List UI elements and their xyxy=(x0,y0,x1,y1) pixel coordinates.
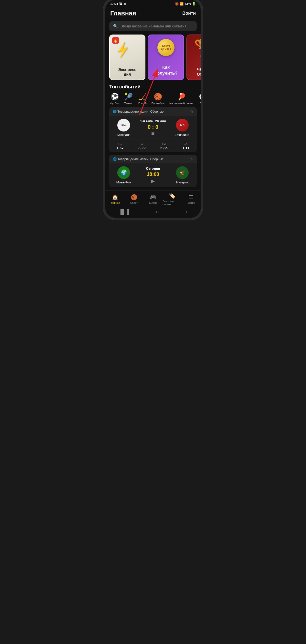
notch xyxy=(150,2,156,8)
wifi-icon: 📶 xyxy=(180,2,183,6)
cyber-nav-icon: 🎮 xyxy=(150,194,156,200)
battery-icon: 🔋 xyxy=(192,2,196,6)
sport-item-hockey[interactable]: 🏒 Хоккей xyxy=(136,92,149,105)
volleyball-icon: 🏐 xyxy=(199,92,201,101)
euro-label: ЧЕ-2024 Отборы xyxy=(197,67,201,77)
page-title: Главная xyxy=(110,10,136,17)
match1-team1-block: BFA Ботсвана xyxy=(113,119,135,137)
match2-day: Сегодня xyxy=(146,166,160,170)
tennis-icon: 🎾 xyxy=(124,92,133,101)
gallery-icon: 🖼 xyxy=(119,2,122,6)
express-label: Экспресс дня xyxy=(118,67,136,77)
bottom-nav: 🏠 Главная 🏀 Спорт 🎮 Кибер 🏷️ Быстрые ста… xyxy=(105,190,201,207)
bonus-coin: Бонус до 7000 xyxy=(157,39,174,56)
nav-item-fastbet[interactable]: 🏷️ Быстрые ставки xyxy=(162,193,182,206)
match-card-2[interactable]: 🌐 Товарищеские матчи. Сборные ☆ 🌍 Мозамб… xyxy=(109,155,197,187)
match2-team2-name: Нигерия xyxy=(176,180,188,184)
tabletennis-icon: 🏓 xyxy=(177,92,186,101)
promo-section: 🔥 ⚡ Экспресс дня Бонус до 7000 Как получ… xyxy=(105,34,201,80)
match2-team2-block: 🦅 Нигерия xyxy=(171,166,193,184)
cyber-nav-label: Кибер xyxy=(149,201,157,204)
nav-item-menu[interactable]: ☰ Меню xyxy=(182,194,201,204)
recent-apps-button[interactable]: ▐▌▐ xyxy=(119,209,129,215)
match1-score: 0 : 0 xyxy=(148,124,158,130)
sport-item-volleyball[interactable]: 🏐 Вол... xyxy=(196,92,201,105)
menu-nav-label: Меню xyxy=(187,201,195,204)
promo-cards-row: 🔥 ⚡ Экспресс дня Бонус до 7000 Как получ… xyxy=(109,34,197,80)
back-button[interactable]: ‹ xyxy=(186,209,187,215)
status-icons: 🔕 📶 73% 🔋 xyxy=(175,2,196,6)
fire-badge: 🔥 xyxy=(112,37,119,44)
promo-card-euro[interactable]: 🏆 ЧЕ-2024 Отборы xyxy=(186,34,201,80)
login-button[interactable]: Войти xyxy=(182,11,196,16)
match2-video-icon: ▶ xyxy=(151,178,155,184)
football-label: Футбол xyxy=(110,102,120,105)
match1-team1-logo: BFA xyxy=(117,119,130,132)
sport-item-football[interactable]: ⚽ Футбол xyxy=(108,92,122,105)
match1-status: 1-й тайм, 20 мин xyxy=(140,119,166,123)
sport-item-basketball[interactable]: 🏀 Баскетбол xyxy=(149,92,167,105)
nav-icon-status: ◁ xyxy=(123,2,125,6)
match1-odds-row: П1 1.67 Х 3.22 П2 6.35 1Х 1.11 xyxy=(109,140,197,152)
sport-nav-icon: 🏀 xyxy=(131,194,137,200)
phone-frame: 17:21 🖼 ◁ 🔕 📶 73% 🔋 Главная Войти 🔍 Введ… xyxy=(105,0,201,218)
home-button[interactable]: ○ xyxy=(156,209,159,215)
promo-card-express[interactable]: 🔥 ⚡ Экспресс дня xyxy=(109,34,146,80)
match2-team1-block: 🌍 Мозамбик xyxy=(113,166,135,184)
match1-favorite-icon[interactable]: ☆ xyxy=(190,109,193,114)
promo-card-bonus[interactable]: Бонус до 7000 Как получить? xyxy=(148,34,184,80)
hockey-icon: 🏒 xyxy=(138,92,147,101)
match2-header: 🌐 Товарищеские матчи. Сборные ☆ xyxy=(109,155,197,163)
match1-video-icon: ⏹ xyxy=(151,131,155,136)
match2-team1-name: Мозамбик xyxy=(116,180,131,184)
search-placeholder: Введи название команды или события xyxy=(121,24,186,28)
tennis-label: Теннис xyxy=(124,102,133,105)
bonus-label: Как получить? xyxy=(154,65,177,76)
euro-image: 🏆 xyxy=(194,38,201,58)
fastbet-nav-label: Быстрые ставки xyxy=(162,200,182,206)
match1-team1-name: Ботсвана xyxy=(117,133,131,137)
match2-league: 🌐 Товарищеские матчи. Сборные xyxy=(113,157,163,161)
sport-categories: ⚽ Футбол 🎾 Теннис 🏒 Хоккей 🏀 Баскетбол 🏓… xyxy=(105,92,201,105)
match1-team2-block: EFA Эсватини xyxy=(171,119,193,137)
fastbet-nav-icon: 🏷️ xyxy=(169,193,175,199)
match2-team1-logo: 🌍 xyxy=(117,166,130,179)
match2-favorite-icon[interactable]: ☆ xyxy=(190,157,193,161)
match2-time: 18:00 xyxy=(147,172,159,177)
odd-1x[interactable]: 1Х 1.11 xyxy=(175,140,197,152)
odd-p1[interactable]: П1 1.67 xyxy=(109,140,131,152)
match1-center: 1-й тайм, 20 мин 0 : 0 ⏹ xyxy=(140,119,166,136)
home-nav-label: Главная xyxy=(110,201,120,204)
match1-team2-name: Эсватини xyxy=(175,133,189,137)
match-card-1[interactable]: 🌐 Товарищеские матчи. Сборные ☆ BFA Ботс… xyxy=(109,107,197,152)
odd-x[interactable]: Х 3.22 xyxy=(131,140,153,152)
system-nav: ▐▌▐ ○ ‹ xyxy=(105,207,201,218)
sport-nav-label: Спорт xyxy=(130,201,138,204)
basketball-label: Баскетбол xyxy=(152,102,164,105)
top-events-title: Топ событий xyxy=(105,80,201,92)
odd-p2[interactable]: П2 6.35 xyxy=(153,140,175,152)
menu-nav-icon: ☰ xyxy=(189,194,194,200)
match1-league: 🌐 Товарищеские матчи. Сборные xyxy=(113,110,163,113)
mute-icon: 🔕 xyxy=(175,2,179,6)
nav-item-home[interactable]: 🏠 Главная xyxy=(105,194,124,204)
nav-item-cyber[interactable]: 🎮 Кибер xyxy=(144,194,162,204)
match1-team2-logo: EFA xyxy=(176,119,189,132)
volleyball-label: Вол... xyxy=(200,102,201,105)
basketball-icon: 🏀 xyxy=(154,92,162,101)
match1-body: BFA Ботсвана 1-й тайм, 20 мин 0 : 0 ⏹ EF… xyxy=(109,116,197,140)
match1-header: 🌐 Товарищеские матчи. Сборные ☆ xyxy=(109,107,197,116)
sport-item-tabletennis[interactable]: 🏓 Настольный теннис xyxy=(167,92,196,105)
nav-item-sport[interactable]: 🏀 Спорт xyxy=(124,194,144,204)
match2-team2-logo: 🦅 xyxy=(176,166,189,179)
hockey-label: Хоккей xyxy=(138,102,147,105)
search-icon: 🔍 xyxy=(113,24,118,28)
tabletennis-label: Настольный теннис xyxy=(169,102,194,105)
search-bar[interactable]: 🔍 Введи название команды или события xyxy=(109,21,197,31)
match2-center: Сегодня 18:00 ▶ xyxy=(146,166,160,184)
home-nav-icon: 🏠 xyxy=(112,194,118,200)
app-header: Главная Войти xyxy=(105,6,201,20)
match2-body: 🌍 Мозамбик Сегодня 18:00 ▶ 🦅 Нигерия xyxy=(109,163,197,187)
status-time: 17:21 🖼 ◁ xyxy=(110,2,125,6)
sport-item-tennis[interactable]: 🎾 Теннис xyxy=(122,92,136,105)
